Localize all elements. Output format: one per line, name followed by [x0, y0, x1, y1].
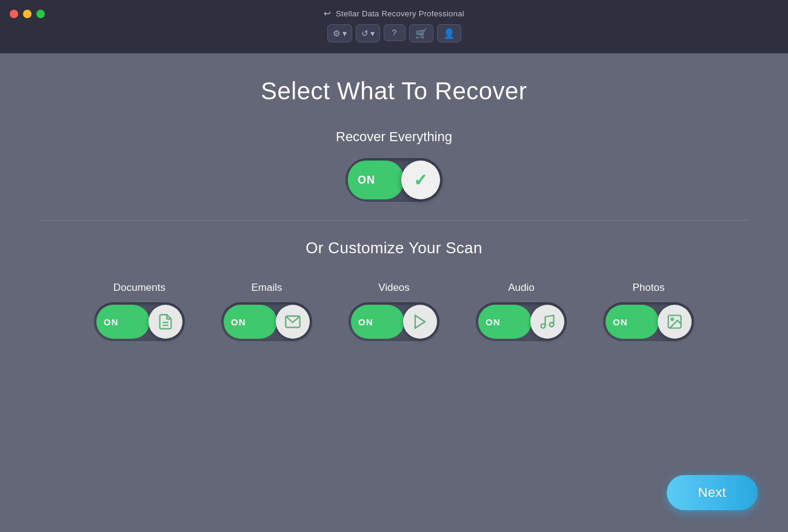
toggle-on-label: ON: [613, 317, 628, 327]
photos-toggle[interactable]: ON: [603, 302, 694, 341]
gear-icon: ⚙: [333, 28, 341, 38]
help-button[interactable]: ?: [384, 24, 406, 41]
close-button[interactable]: [10, 10, 18, 18]
category-audio: Audio ON: [476, 282, 567, 341]
check-icon: ✓: [413, 170, 427, 190]
toggle-knob: [530, 305, 564, 339]
category-documents: Documents ON: [94, 282, 185, 341]
toggle-bg: [348, 161, 404, 199]
titlebar: ↩ Stellar Data Recovery Professional ⚙ ▾…: [0, 0, 788, 53]
settings-button[interactable]: ⚙ ▾: [328, 25, 352, 41]
video-icon: [412, 313, 429, 330]
audio-icon: [539, 313, 556, 330]
toggle-knob: [276, 305, 310, 339]
recover-everything-toggle[interactable]: ON ✓: [346, 158, 442, 202]
svg-point-5: [550, 322, 554, 327]
customize-label: Or Customize Your Scan: [306, 239, 482, 258]
document-icon: [157, 313, 174, 330]
chevron-down-icon: ▾: [370, 28, 375, 38]
main-content: Select What To Recover Recover Everythin…: [0, 53, 788, 532]
history-button[interactable]: ↺ ▾: [356, 25, 379, 41]
maximize-button[interactable]: [36, 10, 45, 18]
help-icon: ?: [392, 28, 397, 38]
category-photos-label: Photos: [633, 282, 665, 294]
videos-toggle[interactable]: ON: [349, 302, 439, 341]
user-icon: 👤: [443, 28, 455, 39]
history-icon: ↺: [361, 28, 369, 38]
email-icon: [284, 313, 301, 330]
recover-everything-label: Recover Everything: [336, 129, 452, 145]
toggle-knob: ✓: [401, 161, 440, 199]
category-audio-label: Audio: [508, 282, 534, 294]
app-title-row: ↩ Stellar Data Recovery Professional: [324, 8, 464, 18]
page-title: Select What To Recover: [261, 78, 527, 105]
svg-marker-3: [415, 316, 425, 328]
category-videos: Videos ON: [349, 282, 439, 341]
category-emails: Emails ON: [221, 282, 312, 341]
toggle-on-label: ON: [358, 174, 375, 187]
photo-icon: [666, 313, 683, 330]
toggle-on-label: ON: [231, 317, 246, 327]
toggle-on-label: ON: [358, 317, 373, 327]
documents-toggle[interactable]: ON: [94, 302, 185, 341]
next-button[interactable]: Next: [667, 475, 758, 510]
category-documents-label: Documents: [113, 282, 165, 294]
chevron-down-icon: ▾: [342, 28, 347, 38]
categories-row: Documents ON Emails ON: [94, 282, 694, 341]
user-button[interactable]: 👤: [437, 24, 461, 42]
cart-button[interactable]: 🛒: [409, 24, 433, 42]
svg-point-4: [541, 324, 546, 328]
section-divider: [39, 220, 749, 221]
traffic-lights: [10, 10, 45, 18]
recover-everything-section: Recover Everything ON ✓: [336, 129, 452, 202]
toggle-on-label: ON: [486, 317, 501, 327]
settings-group[interactable]: ⚙ ▾: [327, 24, 352, 42]
toggle-knob: [658, 305, 692, 339]
toolbar: ⚙ ▾ ↺ ▾ ? 🛒 👤: [327, 24, 461, 42]
category-videos-label: Videos: [378, 282, 410, 294]
svg-point-7: [671, 318, 673, 321]
toggle-knob: [149, 305, 182, 339]
toggle-knob: [403, 305, 437, 339]
category-emails-label: Emails: [251, 282, 282, 294]
toggle-on-label: ON: [104, 317, 119, 327]
emails-toggle[interactable]: ON: [221, 302, 312, 341]
history-group[interactable]: ↺ ▾: [356, 24, 380, 42]
minimize-button[interactable]: [23, 10, 32, 18]
app-title: Stellar Data Recovery Professional: [336, 9, 464, 18]
back-arrow-icon: ↩: [324, 8, 331, 18]
cart-icon: 🛒: [415, 28, 427, 39]
audio-toggle[interactable]: ON: [476, 302, 567, 341]
category-photos: Photos ON: [603, 282, 694, 341]
